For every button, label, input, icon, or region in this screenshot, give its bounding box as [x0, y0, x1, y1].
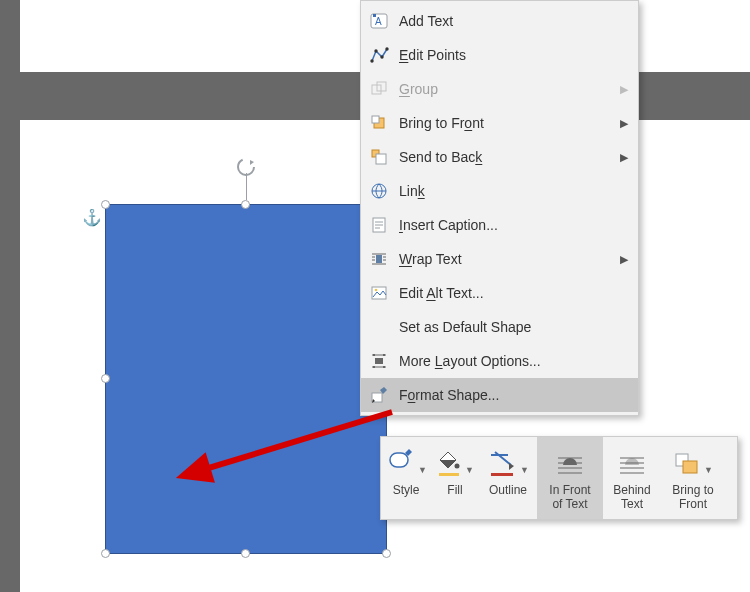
chevron-right-icon: ▶ — [620, 117, 628, 130]
menu-item-default-shape[interactable]: Set as Default Shape — [361, 310, 638, 344]
resize-handle[interactable] — [101, 549, 110, 558]
mini-label: Outline — [483, 483, 533, 497]
resize-handle[interactable] — [101, 200, 110, 209]
chevron-right-icon: ▶ — [620, 151, 628, 164]
resize-handle[interactable] — [241, 549, 250, 558]
layout-icon — [369, 351, 389, 371]
svg-point-27 — [375, 289, 378, 292]
menu-item-label: Edit Points — [399, 47, 466, 63]
mini-label: Bring to Front — [665, 483, 721, 511]
shape-context-menu: A Add Text Edit Points Group ▶ Bring to … — [360, 0, 639, 416]
menu-item-more-layout[interactable]: More Layout Options... — [361, 344, 638, 378]
menu-item-label: More Layout Options... — [399, 353, 541, 369]
mini-fill-button[interactable]: ▼ Fill — [431, 437, 479, 519]
svg-point-4 — [370, 59, 373, 62]
chevron-right-icon: ▶ — [620, 253, 628, 266]
menu-item-insert-caption[interactable]: Insert Caption... — [361, 208, 638, 242]
svg-rect-3 — [373, 14, 376, 17]
mini-label: Style — [385, 483, 427, 497]
bring-front-icon: ▼ — [665, 443, 721, 477]
in-front-of-text-icon — [541, 443, 599, 477]
mini-style-button[interactable]: ▼ Style — [381, 437, 431, 519]
menu-item-label: Insert Caption... — [399, 217, 498, 233]
mini-label: In Front of Text — [541, 483, 599, 511]
mini-in-front-of-text-button[interactable]: In Front of Text — [537, 437, 603, 519]
mini-label: Behind Text — [607, 483, 657, 511]
menu-item-edit-alt-text[interactable]: Edit Alt Text... — [361, 276, 638, 310]
alt-text-icon — [369, 283, 389, 303]
add-text-icon: A — [369, 11, 389, 31]
resize-handle[interactable] — [241, 200, 250, 209]
svg-text:A: A — [375, 16, 382, 27]
svg-point-5 — [374, 49, 377, 52]
mini-outline-button[interactable]: ▼ Outline — [479, 437, 537, 519]
svg-rect-11 — [372, 116, 379, 123]
menu-item-label: Send to Back — [399, 149, 482, 165]
format-shape-icon — [369, 385, 389, 405]
svg-rect-34 — [383, 366, 385, 368]
mini-label: Fill — [435, 483, 475, 497]
svg-rect-13 — [376, 154, 386, 164]
svg-rect-39 — [491, 473, 513, 476]
send-to-back-icon — [369, 147, 389, 167]
svg-point-7 — [385, 47, 388, 50]
edit-points-icon — [369, 45, 389, 65]
svg-rect-31 — [373, 354, 375, 356]
shape-mini-toolbar: ▼ Style ▼ Fill ▼ Outline In Front of Tex… — [380, 436, 738, 520]
menu-item-group: Group ▶ — [361, 72, 638, 106]
svg-rect-32 — [383, 354, 385, 356]
mini-bring-to-front-button[interactable]: ▼ Bring to Front — [661, 437, 725, 519]
menu-item-label: Bring to Front — [399, 115, 484, 131]
resize-handle[interactable] — [101, 374, 110, 383]
mini-behind-text-button[interactable]: Behind Text — [603, 437, 661, 519]
menu-item-format-shape[interactable]: Format Shape... — [361, 378, 638, 412]
behind-text-icon — [607, 443, 657, 477]
rotate-stem — [246, 173, 247, 200]
menu-item-edit-points[interactable]: Edit Points — [361, 38, 638, 72]
menu-item-label: Group — [399, 81, 438, 97]
menu-item-label: Set as Default Shape — [399, 319, 531, 335]
chevron-right-icon: ▶ — [620, 83, 628, 96]
anchor-icon: ⚓ — [82, 208, 102, 227]
caption-icon — [369, 215, 389, 235]
menu-item-label: Link — [399, 183, 425, 199]
menu-item-bring-to-front[interactable]: Bring to Front ▶ — [361, 106, 638, 140]
menu-item-add-text[interactable]: A Add Text — [361, 4, 638, 38]
outline-icon: ▼ — [483, 443, 533, 477]
svg-point-37 — [455, 464, 460, 469]
svg-rect-19 — [376, 255, 382, 263]
menu-item-link[interactable]: Link — [361, 174, 638, 208]
bring-to-front-icon — [369, 113, 389, 133]
resize-handle[interactable] — [382, 549, 391, 558]
fill-icon: ▼ — [435, 443, 475, 477]
group-icon — [369, 79, 389, 99]
svg-rect-49 — [683, 461, 697, 473]
svg-rect-38 — [439, 473, 459, 476]
menu-item-wrap-text[interactable]: Wrap Text ▶ — [361, 242, 638, 276]
selected-rectangle-shape[interactable] — [105, 204, 387, 554]
rotate-handle-icon[interactable] — [236, 157, 256, 177]
menu-item-label: Add Text — [399, 13, 453, 29]
svg-point-6 — [380, 55, 383, 58]
wrap-text-icon — [369, 249, 389, 269]
menu-item-label: Format Shape... — [399, 387, 499, 403]
svg-rect-30 — [375, 358, 383, 364]
svg-rect-33 — [373, 366, 375, 368]
menu-item-label: Wrap Text — [399, 251, 462, 267]
svg-rect-36 — [390, 453, 408, 467]
menu-item-label: Edit Alt Text... — [399, 285, 484, 301]
menu-item-send-to-back[interactable]: Send to Back ▶ — [361, 140, 638, 174]
link-icon — [369, 181, 389, 201]
style-icon: ▼ — [385, 443, 427, 477]
